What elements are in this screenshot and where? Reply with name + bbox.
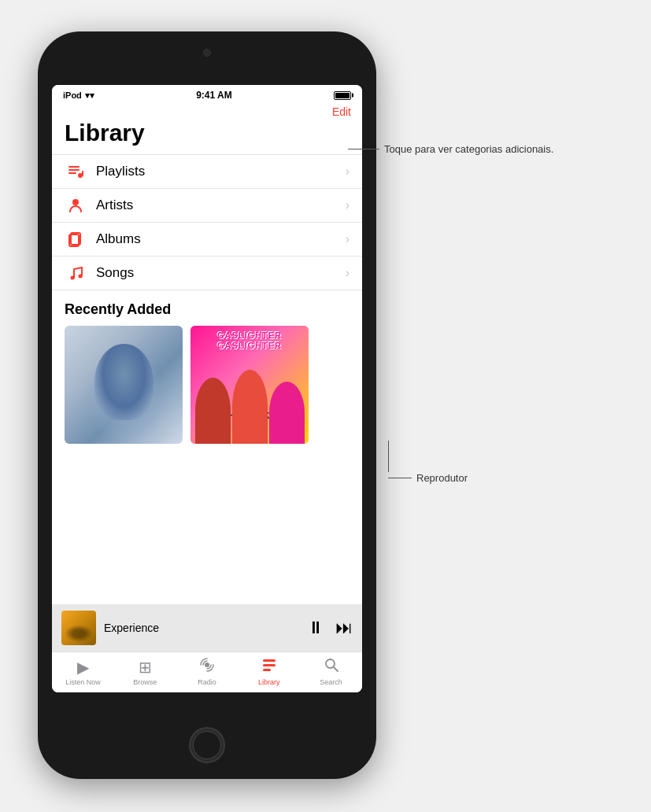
svg-rect-1 [68,169,80,171]
browse-icon: ⊞ [139,658,152,677]
svg-point-8 [71,276,75,280]
menu-item-songs[interactable]: Songs › [52,256,362,290]
figure-1 [195,378,231,444]
listen-now-label: Listen Now [65,678,101,686]
tab-listen-now[interactable]: ▶ Listen Now [61,658,105,686]
edit-button[interactable]: Edit [332,105,351,118]
album-row: GASLIGHTERGASLIGHTER THE CHICKS [65,326,350,444]
songs-icon [65,264,87,282]
svg-rect-0 [68,166,80,168]
device-name-label: iPod [63,90,82,100]
callout-reprodutor-text: Reprodutor [416,472,468,484]
callout-reprodutor-vert-line [388,441,389,472]
svg-rect-11 [263,659,276,662]
albums-chevron: › [346,232,350,246]
callout-edit-text: Toque para ver categorias adicionais. [384,142,553,157]
wifi-icon: ▾▾ [85,90,94,101]
listen-now-icon: ▶ [77,658,89,677]
album-figures [190,361,309,444]
albums-label: Albums [96,231,346,247]
callout-reprodutor: Reprodutor [388,472,468,484]
svg-point-10 [205,663,209,667]
radio-icon [199,657,215,677]
artists-chevron: › [346,198,350,212]
svg-point-14 [326,659,335,668]
library-tab-label: Library [258,678,280,686]
tab-library[interactable]: Library [247,657,290,686]
now-playing-controls: ⏸ ⏭ [307,618,353,638]
main-content: Edit Library [52,104,362,604]
screen: iPod ▾▾ 9:41 AM Edit Library [52,85,362,692]
status-time: 9:41 AM [196,90,232,101]
figure-2 [232,370,268,445]
library-icon [261,657,277,677]
svg-rect-4 [82,171,83,176]
svg-rect-12 [263,664,276,666]
svg-line-15 [334,667,338,671]
battery-fill [335,93,350,98]
menu-item-albums[interactable]: Albums › [52,222,362,256]
home-button[interactable] [189,727,225,763]
svg-rect-13 [263,669,271,671]
library-title: Library [52,118,362,154]
pause-button[interactable]: ⏸ [307,618,324,638]
callout-reprodutor-horiz-line [388,478,412,478]
front-camera [203,49,211,57]
svg-point-5 [72,199,79,205]
tab-browse[interactable]: ⊞ Browse [124,658,167,686]
callout-edit: Toque para ver categorias adicionais. [348,142,553,157]
tab-search[interactable]: Search [309,657,353,686]
tab-radio[interactable]: Radio [185,657,228,686]
figure-3 [269,382,305,444]
now-playing-thumbnail [61,611,96,645]
album-thumb-1[interactable] [65,326,183,444]
album-thumb-2[interactable]: GASLIGHTERGASLIGHTER THE CHICKS [190,326,309,444]
status-right [334,91,351,100]
playlists-chevron: › [346,164,350,179]
now-playing-bar[interactable]: Experience ⏸ ⏭ [52,604,362,651]
menu-item-playlists[interactable]: Playlists › [52,154,362,188]
albums-icon [65,231,87,248]
playlists-icon [65,163,87,180]
library-menu-list: Playlists › Artists › [52,154,362,290]
radio-label: Radio [198,678,216,686]
edit-button-row: Edit [52,104,362,118]
skip-forward-button[interactable]: ⏭ [335,618,353,638]
tab-bar: ▶ Listen Now ⊞ Browse [52,651,362,692]
recently-added-section: Recently Added GASLIGHTERGASLIGHTER THE … [52,290,362,448]
songs-label: Songs [96,265,346,281]
status-left: iPod ▾▾ [63,90,94,101]
artists-label: Artists [96,197,346,213]
home-button-inner [193,731,221,759]
browse-label: Browse [133,678,157,686]
device-shell: iPod ▾▾ 9:41 AM Edit Library [38,31,376,779]
now-playing-title: Experience [104,622,307,634]
search-label: Search [320,678,342,686]
callout-edit-line [348,149,379,149]
playlists-label: Playlists [96,164,346,179]
artists-icon [65,197,87,214]
search-icon [324,657,339,677]
svg-rect-2 [68,172,76,174]
recently-added-title: Recently Added [65,301,350,318]
status-bar: iPod ▾▾ 9:41 AM [52,85,362,104]
battery-icon [334,91,351,100]
svg-point-9 [79,275,83,279]
menu-item-artists[interactable]: Artists › [52,188,362,222]
album-text-gaslighter: GASLIGHTERGASLIGHTER [190,330,309,351]
scene: iPod ▾▾ 9:41 AM Edit Library [0,0,651,812]
songs-chevron: › [346,266,350,280]
